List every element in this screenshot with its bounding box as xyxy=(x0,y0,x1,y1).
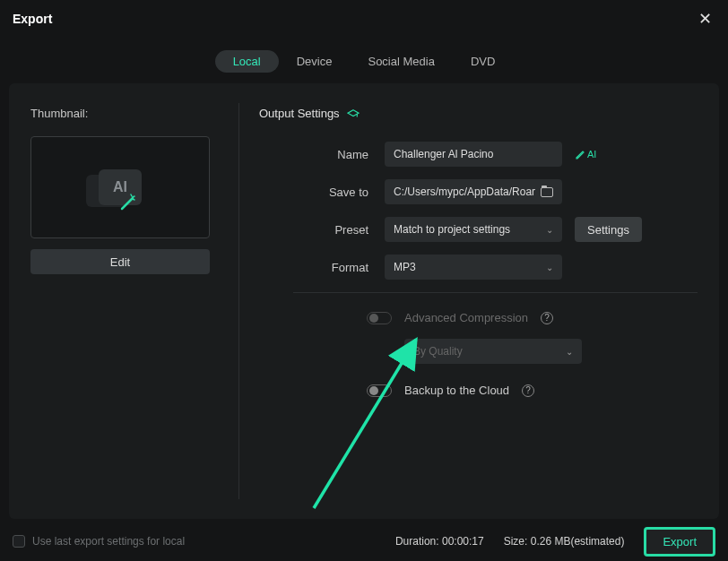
backup-cloud-row: Backup to the Cloud ? xyxy=(367,384,698,397)
duration-label: Duration: xyxy=(395,535,439,548)
quality-select: By Quality ⌄ xyxy=(404,339,582,364)
graduation-cap-icon[interactable] xyxy=(347,108,360,119)
ai-rename-button[interactable]: AI xyxy=(575,149,596,160)
size-meta: Size: 0.26 MB(estimated) xyxy=(504,535,625,548)
thumbnail-preview[interactable]: AI xyxy=(30,136,210,238)
export-panel: Thumbnail: AI Edit Output Settings Name xyxy=(9,83,719,519)
use-last-settings-label: Use last export settings for local xyxy=(32,535,185,548)
preset-select[interactable]: Match to project settings ⌄ xyxy=(385,217,562,242)
use-last-settings-checkbox[interactable] xyxy=(13,535,25,548)
preset-value: Match to project settings xyxy=(394,223,510,236)
name-label: Name xyxy=(259,148,385,161)
preset-label: Preset xyxy=(259,223,385,237)
chevron-down-icon: ⌄ xyxy=(566,347,573,357)
help-icon[interactable]: ? xyxy=(541,312,553,324)
format-value: MP3 xyxy=(394,261,416,273)
edit-thumbnail-button[interactable]: Edit xyxy=(30,249,210,274)
size-label: Size: xyxy=(504,535,528,548)
advanced-compression-label: Advanced Compression xyxy=(404,311,528,324)
backup-cloud-toggle[interactable] xyxy=(367,384,392,397)
titlebar: Export ✕ xyxy=(0,0,728,34)
tab-device[interactable]: Device xyxy=(279,50,351,73)
advanced-compression-toggle xyxy=(367,312,392,324)
advanced-compression-row: Advanced Compression ? xyxy=(367,311,698,324)
name-input[interactable] xyxy=(385,142,562,167)
window-title: Export xyxy=(13,12,52,26)
output-settings-heading: Output Settings xyxy=(259,107,698,120)
close-icon[interactable]: ✕ xyxy=(695,9,715,29)
duration-value: 00:00:17 xyxy=(442,535,484,548)
tab-local[interactable]: Local xyxy=(215,50,279,73)
size-value: 0.26 MB(estimated) xyxy=(531,535,625,548)
footer: Use last export settings for local Durat… xyxy=(0,522,728,561)
name-row: Name AI xyxy=(259,142,698,167)
export-tabs: Local Device Social Media DVD xyxy=(0,34,728,83)
output-settings-column: Output Settings Name AI Save to C:/Users… xyxy=(239,107,698,496)
backup-cloud-label: Backup to the Cloud xyxy=(404,384,509,397)
save-to-input[interactable]: C:/Users/mypc/AppData/Roar xyxy=(385,179,562,204)
ai-label: AI xyxy=(587,149,596,160)
preset-row: Preset Match to project settings ⌄ Setti… xyxy=(259,217,698,242)
output-settings-label: Output Settings xyxy=(259,107,340,120)
format-select[interactable]: MP3 ⌄ xyxy=(385,255,562,280)
tab-dvd[interactable]: DVD xyxy=(453,50,513,73)
preset-settings-button[interactable]: Settings xyxy=(575,217,642,242)
thumbnail-label: Thumbnail: xyxy=(30,107,226,120)
pencil-icon xyxy=(575,149,585,160)
export-button[interactable]: Export xyxy=(644,527,715,557)
chevron-down-icon: ⌄ xyxy=(546,263,553,272)
save-to-label: Save to xyxy=(259,186,385,199)
tab-social-media[interactable]: Social Media xyxy=(350,50,452,73)
export-meta: Duration: 00:00:17 Size: 0.26 MB(estimat… xyxy=(395,527,715,557)
format-row: Format MP3 ⌄ xyxy=(259,255,698,280)
quality-value: By Quality xyxy=(413,345,463,358)
magic-wand-icon xyxy=(118,191,140,212)
advanced-sub-row: By Quality ⌄ xyxy=(404,339,698,364)
save-to-path: C:/Users/mypc/AppData/Roar xyxy=(394,186,537,198)
save-to-row: Save to C:/Users/mypc/AppData/Roar xyxy=(259,179,698,204)
format-label: Format xyxy=(259,261,385,274)
folder-icon[interactable] xyxy=(541,187,553,197)
use-last-settings-row: Use last export settings for local xyxy=(13,535,185,548)
chevron-down-icon: ⌄ xyxy=(546,225,553,235)
help-icon[interactable]: ? xyxy=(522,384,534,397)
duration-meta: Duration: 00:00:17 xyxy=(395,535,484,548)
thumbnail-column: Thumbnail: AI Edit xyxy=(30,107,238,496)
settings-divider xyxy=(293,292,698,293)
